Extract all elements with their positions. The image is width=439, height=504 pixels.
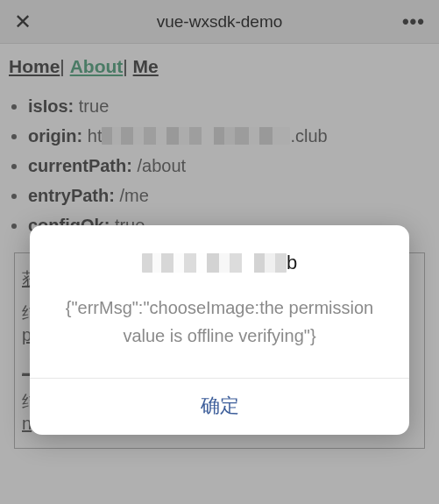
alert-dialog: b {"errMsg":"chooseImage:the permission … (30, 225, 409, 435)
dialog-body: b {"errMsg":"chooseImage:the permission … (30, 225, 409, 378)
ok-button[interactable]: 确定 (201, 393, 239, 419)
dialog-title: b (54, 252, 385, 274)
dialog-message: {"errMsg":"chooseImage:the permission va… (54, 294, 385, 350)
dialog-footer: 确定 (30, 378, 409, 435)
dialog-title-suffix: b (287, 252, 297, 274)
redacted-block (142, 253, 287, 273)
